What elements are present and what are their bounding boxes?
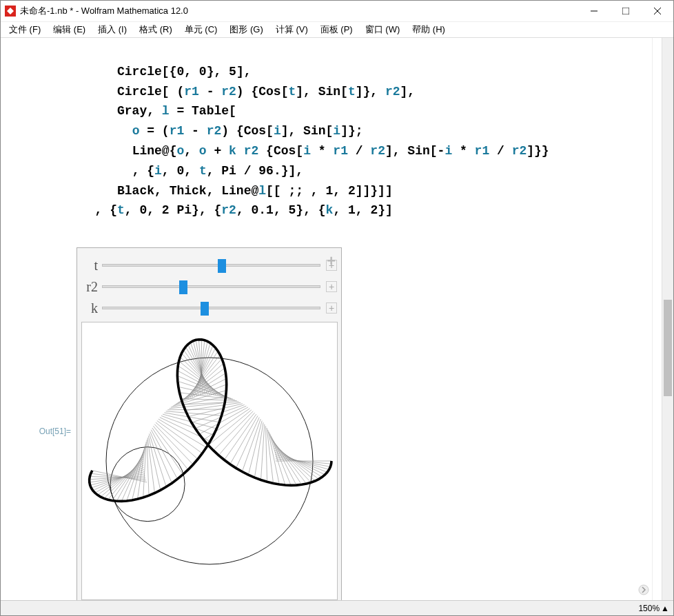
slider-k-track[interactable] bbox=[102, 307, 320, 309]
zoom-up-icon[interactable]: ▲ bbox=[661, 604, 669, 613]
output-label: Out[51]= bbox=[21, 427, 76, 436]
svg-line-25 bbox=[261, 424, 265, 480]
statusbar: 150% ▲ bbox=[1, 600, 673, 615]
svg-line-76 bbox=[167, 409, 223, 410]
slider-r2-expand-icon[interactable]: + bbox=[326, 281, 337, 292]
menubar: 文件 (F) 编辑 (E) 插入 (I) 格式 (R) 单元 (C) 图形 (G… bbox=[1, 21, 673, 38]
menu-graph[interactable]: 图形 (G) bbox=[227, 22, 265, 37]
slider-k-thumb[interactable] bbox=[201, 302, 209, 316]
svg-line-29 bbox=[236, 418, 259, 469]
slider-k: k + bbox=[81, 300, 337, 316]
svg-line-31 bbox=[224, 414, 256, 460]
svg-line-69 bbox=[181, 368, 225, 402]
titlebar[interactable]: 未命名-1.nb * - Wolfram Mathematica 12.0 bbox=[1, 1, 673, 21]
slider-t-track[interactable] bbox=[102, 264, 320, 267]
svg-line-83 bbox=[157, 421, 203, 453]
svg-point-114 bbox=[639, 585, 649, 595]
svg-line-89 bbox=[150, 432, 172, 484]
notebook-content[interactable]: Circle[{0, 0}, 5], Circle[ (r1 - r2) {Co… bbox=[1, 38, 652, 600]
menu-edit[interactable]: 编辑 (E) bbox=[50, 22, 88, 37]
vertical-scrollbar[interactable] bbox=[662, 38, 673, 600]
svg-line-21 bbox=[269, 432, 285, 485]
minimize-button[interactable] bbox=[578, 1, 610, 21]
slider-t: t + bbox=[81, 258, 337, 274]
svg-line-87 bbox=[152, 428, 183, 475]
menu-window[interactable]: 窗口 (W) bbox=[362, 22, 403, 37]
menu-calc[interactable]: 计算 (V) bbox=[273, 22, 311, 37]
slider-k-label: k bbox=[81, 300, 102, 316]
menu-file[interactable]: 文件 (F) bbox=[6, 22, 43, 37]
graphics-output bbox=[81, 322, 338, 600]
manipulate-panel: + t + r2 + bbox=[76, 247, 342, 600]
maximize-button[interactable] bbox=[610, 1, 642, 21]
menu-insert[interactable]: 插入 (I) bbox=[95, 22, 130, 37]
window-title: 未命名-1.nb * - Wolfram Mathematica 12.0 bbox=[20, 5, 188, 17]
manipulate-plus-icon[interactable]: + bbox=[327, 252, 336, 270]
slider-r2-thumb[interactable] bbox=[179, 280, 187, 294]
svg-line-50 bbox=[180, 357, 220, 396]
svg-line-102 bbox=[104, 459, 143, 498]
svg-line-24 bbox=[266, 426, 267, 482]
svg-line-26 bbox=[254, 422, 263, 478]
menu-format[interactable]: 格式 (R) bbox=[136, 22, 175, 37]
scrollbar-thumb[interactable] bbox=[664, 300, 672, 396]
slider-t-label: t bbox=[81, 258, 102, 274]
svg-marker-0 bbox=[7, 8, 14, 14]
menu-panel[interactable]: 面板 (P) bbox=[318, 22, 356, 37]
svg-line-88 bbox=[151, 430, 177, 479]
app-icon bbox=[5, 6, 16, 17]
right-arrow-icon[interactable] bbox=[638, 584, 649, 597]
zoom-control[interactable]: 150% ▲ bbox=[638, 604, 669, 613]
svg-line-84 bbox=[156, 422, 198, 459]
hypotrochoid-graphic bbox=[85, 327, 334, 595]
slider-r2: r2 + bbox=[81, 279, 337, 295]
slider-k-expand-icon[interactable]: + bbox=[326, 302, 337, 314]
svg-line-32 bbox=[218, 413, 254, 455]
svg-line-93 bbox=[147, 440, 149, 495]
slider-r2-track[interactable] bbox=[102, 285, 320, 288]
main-window: 未命名-1.nb * - Wolfram Mathematica 12.0 文件… bbox=[0, 0, 674, 616]
svg-line-90 bbox=[150, 433, 167, 486]
svg-line-70 bbox=[178, 373, 226, 403]
svg-line-33 bbox=[214, 411, 254, 451]
cell-bracket-region[interactable] bbox=[652, 38, 662, 600]
close-button[interactable] bbox=[642, 1, 673, 21]
svg-line-109 bbox=[90, 474, 145, 482]
input-cell[interactable]: Circle[{0, 0}, 5], Circle[ (r1 - r2) {Co… bbox=[1, 38, 652, 240]
menu-help[interactable]: 帮助 (H) bbox=[409, 22, 448, 37]
slider-r2-label: r2 bbox=[81, 279, 102, 295]
svg-line-77 bbox=[166, 411, 222, 415]
svg-line-35 bbox=[203, 409, 249, 440]
zoom-value: 150% bbox=[638, 604, 660, 613]
code-text: Circle[{ bbox=[117, 65, 176, 79]
slider-t-thumb[interactable] bbox=[218, 259, 226, 273]
menu-cell[interactable]: 单元 (C) bbox=[182, 22, 221, 37]
svg-line-30 bbox=[230, 415, 258, 464]
svg-rect-2 bbox=[622, 8, 629, 14]
